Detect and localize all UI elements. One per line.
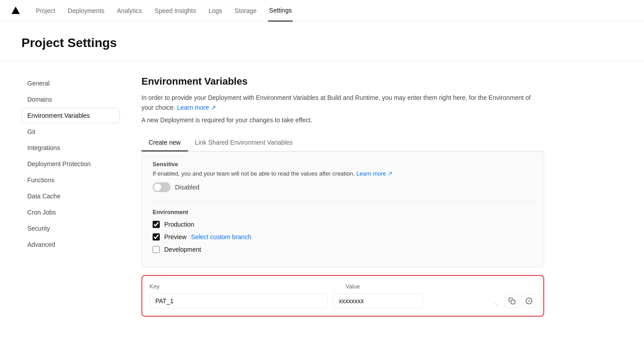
kv-key-header: Key [149,283,340,290]
sidebar-item-environment-variables[interactable]: Environment Variables [21,108,120,123]
document-icon [508,297,516,305]
external-link-icon: ↗ [211,104,216,111]
sidebar-item-git[interactable]: Git [21,124,120,139]
kv-key-input[interactable] [149,293,328,309]
sidebar: General Domains Environment Variables Gi… [21,76,120,337]
checkbox-row-development: Development [153,246,533,253]
content-notice: A new Deployment is required for your ch… [141,116,544,124]
description-learn-more-link[interactable]: Learn more ↗ [177,104,216,111]
sidebar-item-domains[interactable]: Domains [21,92,120,107]
nav-project[interactable]: Project [35,0,56,21]
logo[interactable] [11,6,21,16]
kv-value-header: Value [345,283,536,290]
kv-inputs: ⤡ [149,293,536,309]
toggle-label: Disabled [175,184,199,191]
checkbox-development-label[interactable]: Development [164,246,201,253]
kv-section: Key Value ⤡ [141,275,544,317]
checkbox-preview-label[interactable]: Preview [164,233,187,241]
kv-value-wrapper: ⤡ [333,293,499,309]
sensitive-learn-more-link[interactable]: Learn more ↗ [356,170,392,177]
svg-rect-1 [511,300,515,304]
sidebar-item-data-cache[interactable]: Data Cache [21,189,120,204]
divider-sensitive [153,201,533,202]
top-nav: Project Deployments Analytics Speed Insi… [0,0,644,21]
kv-value-input[interactable] [333,293,423,309]
sidebar-item-security[interactable]: Security [21,221,120,236]
checkbox-production-label[interactable]: Production [164,221,194,228]
checkbox-development[interactable] [153,246,160,253]
tab-create-new[interactable]: Create new [141,134,188,151]
content-area: Environment Variables In order to provid… [141,76,544,337]
nav-logs[interactable]: Logs [208,0,223,21]
kv-actions [505,294,536,308]
nav-speed-insights[interactable]: Speed Insights [154,0,197,21]
sensitive-label: Sensitive [153,161,533,168]
environment-label: Environment [153,209,533,215]
content-description: In order to provide your Deployment with… [141,93,544,113]
sidebar-item-deployment-protection[interactable]: Deployment Protection [21,156,120,172]
checkbox-row-production: Production [153,221,533,228]
toggle-wrapper: Disabled [153,182,533,192]
sidebar-item-general[interactable]: General [21,76,120,91]
checkbox-row-preview: Preview Select custom branch [153,233,533,241]
svg-marker-0 [12,6,20,14]
main-layout: General Domains Environment Variables Gi… [0,61,644,348]
nav-analytics[interactable]: Analytics [116,0,143,21]
sidebar-item-functions[interactable]: Functions [21,172,120,188]
select-custom-branch-link[interactable]: Select custom branch [191,233,252,241]
resize-handle-icon: ⤡ [494,302,498,307]
nav-deployments[interactable]: Deployments [67,0,106,21]
sensitive-toggle[interactable] [153,182,171,192]
kv-headers: Key Value [149,283,536,290]
sensitive-external-link-icon: ↗ [388,170,392,177]
form-card: Sensitive If enabled, you and your team … [141,151,544,268]
checkbox-preview[interactable] [153,233,160,241]
nav-settings[interactable]: Settings [268,0,293,21]
sidebar-item-advanced[interactable]: Advanced [21,237,120,252]
content-title: Environment Variables [141,76,544,87]
tab-link-shared[interactable]: Link Shared Environment Variables [188,134,300,151]
kv-copy-button[interactable] [505,294,519,308]
sidebar-item-integrations[interactable]: Integrations [21,140,120,155]
kv-remove-button[interactable] [522,294,536,308]
page-header: Project Settings [0,21,644,61]
checkbox-production[interactable] [153,221,160,228]
sensitive-description: If enabled, you and your team will not b… [153,170,533,177]
page-title: Project Settings [21,36,623,50]
nav-storage[interactable]: Storage [234,0,257,21]
minus-circle-icon [525,297,533,305]
sidebar-item-cron-jobs[interactable]: Cron Jobs [21,205,120,220]
tabs: Create new Link Shared Environment Varia… [141,134,544,151]
